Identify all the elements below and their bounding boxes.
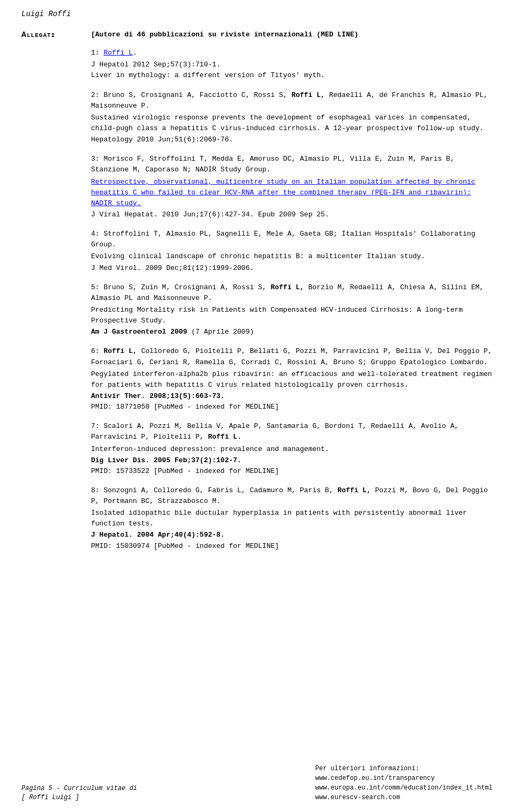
pub-1-author-link[interactable]: Roffi L — [103, 49, 133, 57]
pub-entry-8: 8: Sonzogni A, Colloredo G, Fabris L, Ca… — [91, 485, 493, 552]
pub-header-prefix: Autore di — [95, 31, 137, 39]
footer-right: Per ulteriori informazioni: www.cedefop.… — [315, 764, 493, 802]
page-header: Luigi Roffi — [21, 10, 71, 18]
pub-5-author-bold: Roffi L, — [270, 283, 304, 291]
footer-left: Pagina 5 - Curriculum vitae di [ Roffi L… — [21, 784, 137, 802]
pub-5-title: Predicting Mortality risk in Patients wi… — [91, 305, 493, 326]
pub-1-journal: J Hepatol 2012 Sep;57(3):710-1. — [91, 59, 493, 70]
pub-4-title: Evolving clinical landscape of chronic h… — [91, 251, 493, 262]
allegati-section: Allegati [Autore di 46 pubblicazioni su … — [21, 29, 493, 560]
pub-3-journal: J Viral Hepatat. 2010 Jun;17(6):427-34. … — [91, 209, 493, 220]
pub-8-title: Isolated idiopathic bile ductular hyperp… — [91, 508, 493, 529]
pub-7-journal: Dig Liver Dis. 2005 Feb;37(2):102-7. — [91, 455, 493, 466]
pub-4-journal: J Med Virol. 2009 Dec;81(12):1999-2006. — [91, 263, 493, 274]
pub-6-title: Pegylated interferon-alpha2b plus ribavi… — [91, 369, 493, 390]
publications-content: [Autore di 46 pubblicazioni su riviste i… — [91, 29, 493, 560]
pub-6-journal: Antivir Ther. 2008;13(5):663-73. — [91, 391, 493, 402]
pub-2-authors: 2: Bruno S, Crosignani A, Facciotto C, R… — [91, 90, 493, 111]
pub-entry-5: 5: Bruno S, Zuin M, Crosignani A, Rossi … — [91, 282, 493, 338]
footer-right-line1: Per ulteriori informazioni: — [315, 764, 493, 773]
pub-2-title: Sustained virologic response prevents th… — [91, 112, 493, 134]
footer-right-line4: www.eurescv-search.com — [315, 793, 493, 802]
pub-header: [Autore di 46 pubblicazioni su riviste i… — [91, 29, 493, 40]
main-content: Allegati [Autore di 46 pubblicazioni su … — [21, 29, 493, 560]
pub-7-authors: 7: Scalori A, Pozzi M, Bellia V, Apale P… — [91, 421, 493, 442]
allegati-label: Allegati — [21, 29, 91, 560]
pub-5-authors: 5: Bruno S, Zuin M, Crosignani A, Rossi … — [91, 282, 493, 304]
page-footer: Pagina 5 - Curriculum vitae di [ Roffi L… — [21, 764, 493, 802]
pub-entry-1: 1: Roffi L. J Hepatol 2012 Sep;57(3):710… — [91, 48, 493, 81]
pub-entry-7: 7: Scalori A, Pozzi M, Bellia V, Apale P… — [91, 421, 493, 477]
pub-7-title: Interferon-induced depression: prevalenc… — [91, 444, 493, 455]
pub-3-authors: 3: Morisco F, Stroffolini T, Medda E, Am… — [91, 154, 493, 175]
pub-2-journal: Hepatology 2010 Jun;51(6):2069-76. — [91, 134, 493, 145]
pub-7-pmid: PMID: 15733522 [PubMed - indexed for MED… — [91, 466, 493, 477]
footer-left-line2: [ Roffi Luigi ] — [21, 793, 137, 802]
pub-8-pmid: PMID: 15030974 [PubMed - indexed for MED… — [91, 541, 493, 552]
pub-5-journal: Am J Gastroenterol 2009 (7 Aprile 2009) — [91, 327, 493, 337]
pub-6-authors: 6: Roffi L, Colloredo G, Pioltelli P, Be… — [91, 346, 493, 367]
pub-entry-6: 6: Roffi L, Colloredo G, Pioltelli P, Be… — [91, 346, 493, 412]
pub-entry-2: 2: Bruno S, Crosignani A, Facciotto C, R… — [91, 90, 493, 146]
pub-1-authors: 1: Roffi L. — [91, 48, 493, 58]
pub-1-title: Liver in mythology: a different version … — [91, 70, 493, 81]
pub-8-authors: 8: Sonzogni A, Colloredo G, Fabris L, Ca… — [91, 485, 493, 507]
pub-3-title-link: Retrospective, observational, multicentr… — [91, 177, 493, 209]
pub-2-author-bold: Roffi L, — [291, 91, 324, 99]
footer-right-line2: www.cedefop.eu.int/transparency — [315, 773, 493, 783]
header-name: Luigi Roffi — [21, 10, 71, 18]
pub-8-journal: J Hepatol. 2004 Apr;40(4):592-8. — [91, 530, 493, 540]
pub-count: 46 — [137, 31, 146, 39]
pub-6-pmid: PMID: 18771050 [PubMed - indexed for MED… — [91, 402, 493, 412]
pub-entry-3: 3: Morisco F, Stroffolini T, Medda E, Am… — [91, 154, 493, 220]
footer-left-line1: Pagina 5 - Curriculum vitae di — [21, 784, 137, 793]
footer-right-line3: www.europa.eu.int/comm/education/index_i… — [315, 783, 493, 793]
pub-header-suffix: pubblicazioni su riviste internazionali … — [145, 31, 358, 39]
pub-4-authors: 4: Stroffolini T, Almasio PL, Sagnelli E… — [91, 229, 493, 250]
pub-entry-4: 4: Stroffolini T, Almasio PL, Sagnelli E… — [91, 229, 493, 274]
